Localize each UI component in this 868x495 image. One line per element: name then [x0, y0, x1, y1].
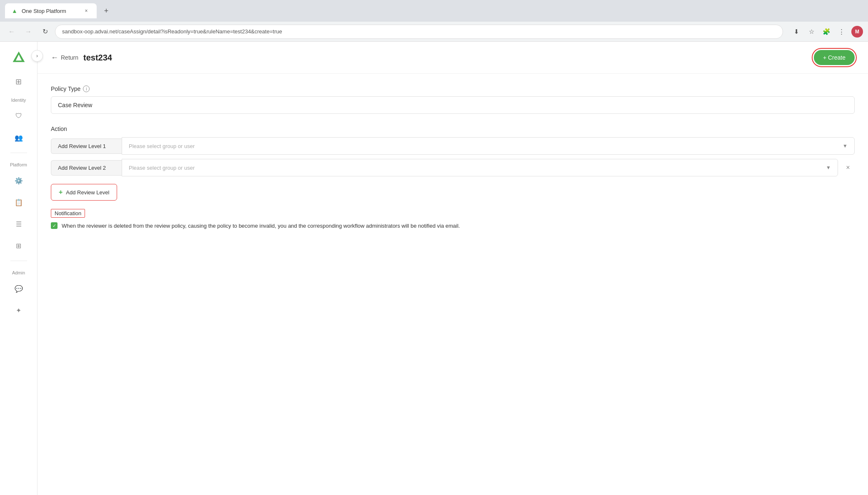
- review-level-1-select[interactable]: Please select group or user ▼: [122, 137, 855, 155]
- review-level-1-row: Add Review Level 1 Please select group o…: [51, 137, 855, 155]
- notification-text: When the reviewer is deleted from the re…: [62, 222, 460, 230]
- url-text: sandbox-oop.advai.net/caseAssign/detail?…: [62, 28, 776, 35]
- notification-row: ✓ When the reviewer is deleted from the …: [51, 222, 855, 230]
- review-level-1-tag: Add Review Level 1: [51, 138, 122, 154]
- review-level-2-placeholder: Please select group or user: [129, 165, 195, 171]
- sidebar-item-list[interactable]: ☰: [5, 214, 32, 234]
- review-level-2-delete-button[interactable]: ×: [841, 161, 855, 174]
- add-review-label: Add Review Level: [66, 189, 109, 196]
- browser-toolbar: ← → ↻ sandbox-oop.advai.net/caseAssign/d…: [0, 22, 868, 42]
- sidebar: › ⊞ Identity 🛡 👥 Platform ⚙️ 📋: [0, 42, 38, 495]
- review-level-2-row: Add Review Level 2 Please select group o…: [51, 159, 855, 176]
- policy-type-value: Case Review: [51, 96, 855, 114]
- download-icon[interactable]: ⬇: [790, 25, 803, 38]
- page-header: ← Return test234 + Create: [38, 42, 868, 74]
- create-button[interactable]: + Create: [814, 50, 855, 65]
- browser-tab[interactable]: ▲ One Stop Platform ×: [5, 3, 97, 18]
- refresh-button[interactable]: ↻: [38, 25, 52, 38]
- review-level-1-placeholder: Please select group or user: [129, 143, 195, 149]
- sidebar-item-star[interactable]: ✦: [5, 300, 32, 320]
- forward-button[interactable]: →: [22, 25, 35, 38]
- return-button[interactable]: ← Return: [51, 53, 78, 62]
- main-content: ← Return test234 + Create Policy Type i …: [38, 42, 868, 495]
- sidebar-platform-label: Platform: [10, 162, 27, 167]
- user-avatar[interactable]: M: [851, 26, 863, 38]
- extension-icon[interactable]: 🧩: [820, 25, 833, 38]
- page-header-left: ← Return test234: [51, 53, 112, 63]
- sidebar-admin-label: Admin: [12, 270, 25, 275]
- review-level-2-select[interactable]: Please select group or user ▼: [122, 159, 838, 176]
- review-level-2-tag: Add Review Level 2: [51, 160, 122, 176]
- users-icon: 👥: [15, 134, 23, 142]
- star-icon: ✦: [16, 307, 21, 314]
- dashboard-icon: ⊞: [15, 77, 22, 86]
- return-arrow-icon: ←: [51, 53, 58, 62]
- new-tab-button[interactable]: +: [100, 5, 113, 17]
- sidebar-item-shield[interactable]: 🛡: [5, 106, 32, 126]
- sidebar-identity-label: Identity: [11, 98, 26, 103]
- shield-icon: 🛡: [15, 112, 22, 120]
- sidebar-item-users[interactable]: 👥: [5, 128, 32, 148]
- add-review-level-button[interactable]: + Add Review Level: [51, 184, 117, 201]
- browser-titlebar: ▲ One Stop Platform × +: [0, 0, 868, 22]
- form-content: Policy Type i Case Review Action Add Rev…: [38, 74, 868, 242]
- sidebar-divider-2: [10, 261, 27, 261]
- notification-section: Notification ✓ When the reviewer is dele…: [51, 209, 855, 230]
- sidebar-item-settings[interactable]: ⚙️: [5, 171, 32, 191]
- notification-label: Notification: [51, 209, 85, 218]
- sidebar-toggle-button[interactable]: ›: [31, 50, 43, 62]
- notification-checkbox[interactable]: ✓: [51, 222, 58, 229]
- add-review-plus-icon: +: [59, 188, 63, 196]
- action-section: Action Add Review Level 1 Please select …: [51, 126, 855, 201]
- app-container: › ⊞ Identity 🛡 👥 Platform ⚙️ 📋: [0, 42, 868, 495]
- review-level-2-arrow-icon: ▼: [826, 165, 831, 171]
- tab-close-button[interactable]: ×: [83, 7, 90, 15]
- policy-type-section: Policy Type i Case Review: [51, 85, 855, 114]
- sidebar-item-dashboard[interactable]: ⊞: [5, 72, 32, 92]
- tab-title: One Stop Platform: [22, 8, 66, 14]
- sidebar-item-document[interactable]: 📋: [5, 192, 32, 212]
- sidebar-logo: [10, 48, 28, 67]
- list-icon: ☰: [16, 220, 22, 228]
- toolbar-actions: ⬇ ☆ 🧩 ⋮: [790, 25, 848, 38]
- address-bar[interactable]: sandbox-oop.advai.net/caseAssign/detail?…: [55, 25, 783, 39]
- more-icon[interactable]: ⋮: [835, 25, 848, 38]
- policy-type-label: Policy Type i: [51, 85, 855, 92]
- back-button[interactable]: ←: [5, 25, 18, 38]
- grid-icon: ⊞: [16, 242, 21, 250]
- tab-favicon: ▲: [12, 8, 18, 14]
- chat-icon: 💬: [15, 285, 23, 293]
- settings-icon: ⚙️: [15, 177, 23, 185]
- return-label: Return: [61, 54, 78, 61]
- action-label: Action: [51, 126, 855, 132]
- policy-type-info-icon[interactable]: i: [83, 85, 90, 92]
- page-title: test234: [83, 53, 112, 63]
- bookmark-icon[interactable]: ☆: [805, 25, 818, 38]
- sidebar-divider-1: [10, 153, 27, 153]
- sidebar-item-chat[interactable]: 💬: [5, 279, 32, 299]
- review-level-1-arrow-icon: ▼: [843, 143, 848, 149]
- sidebar-item-grid[interactable]: ⊞: [5, 236, 32, 256]
- document-icon: 📋: [15, 199, 23, 206]
